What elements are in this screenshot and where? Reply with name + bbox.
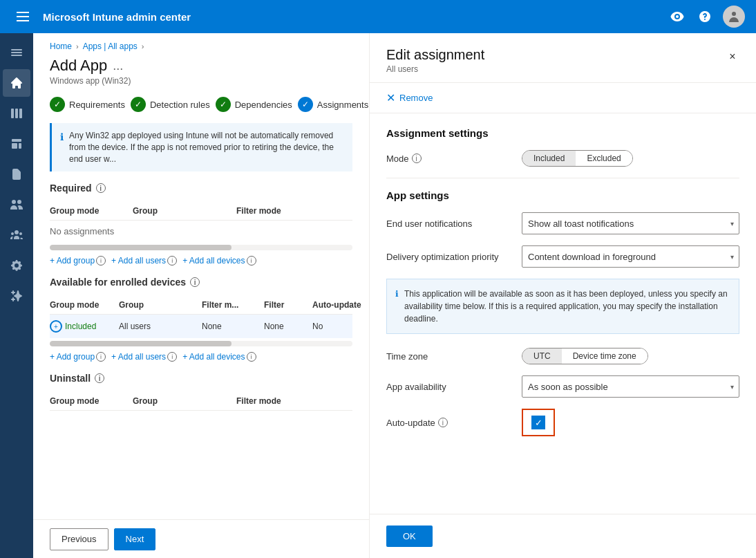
app-availability-label: App availability	[386, 382, 511, 392]
utc-btn[interactable]: UTC	[522, 348, 562, 364]
sidebar-item-settings[interactable]	[3, 252, 30, 279]
required-table-header: Group mode Group Filter mode	[50, 202, 352, 221]
app-title: Microsoft Intune admin center	[43, 11, 659, 23]
device-time-btn[interactable]: Device time zone	[562, 348, 648, 364]
info-banner-text: Any Win32 app deployed using Intune will…	[69, 130, 344, 165]
mode-included-btn[interactable]: Included	[522, 151, 576, 166]
add-links-available: + Add group i + Add all users i + Add al…	[50, 352, 352, 362]
uninstall-table-header: Group mode Group Filter mode	[50, 392, 352, 411]
add-group-required[interactable]: + Add group i	[50, 256, 106, 266]
add-users-info[interactable]: i	[167, 256, 177, 266]
breadcrumb-sep1: ›	[76, 42, 79, 50]
close-button[interactable]: ×	[723, 47, 742, 66]
breadcrumb: Home › Apps | All apps ›	[33, 33, 369, 54]
auto-update-checkbox[interactable]: ✓	[531, 416, 545, 429]
available-scrollbar[interactable]	[50, 341, 352, 346]
app-availability-dropdown-wrapper: As soon as possibleSpecific date and tim…	[522, 375, 739, 398]
panel-info-icon: ℹ	[395, 288, 399, 325]
sidebar-item-dashboard[interactable]	[3, 100, 30, 127]
info-banner: ℹ Any Win32 app deployed using Intune wi…	[50, 123, 352, 171]
col-group-mode-req: Group mode	[50, 206, 133, 216]
help-icon[interactable]	[695, 7, 715, 26]
time-zone-toggle[interactable]: UTC Device time zone	[522, 348, 648, 364]
page-subtitle: Windows app (Win32)	[50, 76, 352, 86]
delivery-label: Delivery optimization priority	[386, 252, 511, 262]
ok-button[interactable]: OK	[386, 526, 433, 547]
add-group-available[interactable]: + Add group i	[50, 352, 106, 362]
available-table-header: Group mode Group Filter m... Filter Auto…	[50, 296, 352, 315]
table-row[interactable]: + Included All users None None No	[50, 315, 352, 338]
step-label-detection: Detection rules	[150, 100, 210, 110]
add-users-avail-info[interactable]: i	[167, 352, 177, 362]
menu-icon[interactable]	[11, 6, 35, 27]
user-avatar[interactable]	[723, 6, 745, 28]
mode-label: Mode i	[386, 154, 511, 164]
breadcrumb-home[interactable]: Home	[50, 41, 72, 51]
panel-info-box: ℹ This application will be available as …	[386, 279, 739, 334]
end-user-dropdown-wrapper: Show all toast notificationsShow only re…	[522, 212, 739, 234]
row-autoupdate: No	[312, 322, 369, 331]
previous-button[interactable]: Previous	[50, 528, 108, 550]
uninstall-info-icon[interactable]: i	[95, 373, 104, 383]
step-assignments: ✓ Assignments	[298, 97, 368, 112]
panel-title: Edit assignment	[386, 47, 739, 63]
available-info-icon[interactable]: i	[190, 277, 200, 287]
add-all-users-required[interactable]: + Add all users i	[111, 256, 177, 266]
add-all-users-available[interactable]: + Add all users i	[111, 352, 177, 362]
sidebar-item-expand[interactable]	[3, 39, 30, 66]
page-header: Add App ... Windows app (Win32)	[33, 54, 369, 97]
mode-row: Mode i Included Excluded	[386, 150, 739, 167]
included-icon: +	[50, 320, 62, 333]
mode-toggle-group[interactable]: Included Excluded	[522, 150, 633, 167]
step-label-requirements: Requirements	[69, 100, 125, 110]
topbar: Microsoft Intune admin center	[0, 0, 756, 33]
col-group-uninstall: Group	[133, 396, 236, 406]
panel-footer: OK	[370, 514, 756, 558]
step-check-assignments: ✓	[298, 97, 313, 112]
uninstall-section: Uninstall i Group mode Group Filter mode	[33, 373, 369, 422]
auto-update-label: Auto-update i	[386, 418, 511, 428]
sidebar-item-home[interactable]	[3, 69, 30, 97]
step-detection: ✓ Detection rules	[131, 97, 210, 112]
add-devices-avail-info[interactable]: i	[247, 352, 256, 362]
delivery-dropdown-wrapper: Content download in foregroundContent do…	[522, 245, 739, 268]
sidebar-item-devices[interactable]	[3, 130, 30, 158]
add-group-avail-info[interactable]: i	[96, 352, 106, 362]
auto-update-info-icon[interactable]: i	[438, 418, 448, 427]
row-filter: None	[264, 322, 312, 331]
remove-button[interactable]: ✕ Remove	[370, 83, 756, 113]
step-label-dependencies: Dependencies	[235, 100, 292, 110]
col-filter-mode-avail: Filter m...	[202, 300, 264, 310]
add-all-devices-required[interactable]: + Add all devices i	[182, 256, 256, 266]
group-mode-badge: + Included	[50, 320, 119, 333]
col-filter-avail: Filter	[264, 300, 312, 310]
time-zone-row: Time zone UTC Device time zone	[386, 348, 739, 364]
add-group-info[interactable]: i	[96, 256, 106, 266]
sidebar-item-groups[interactable]	[3, 221, 30, 249]
mode-info-icon[interactable]: i	[412, 154, 422, 163]
auto-update-checkbox-wrapper: ✓	[522, 409, 555, 436]
settings-icon[interactable]	[668, 7, 687, 26]
col-group-req: Group	[133, 206, 236, 216]
main-content: Home › Apps | All apps › Add App ... Win…	[33, 33, 369, 558]
next-button[interactable]: Next	[114, 528, 156, 550]
add-all-devices-available[interactable]: + Add all devices i	[182, 352, 256, 362]
required-scrollbar[interactable]	[50, 245, 352, 250]
remove-label: Remove	[399, 93, 433, 103]
breadcrumb-apps[interactable]: Apps | All apps	[83, 41, 138, 51]
col-group-mode-uninstall: Group mode	[50, 396, 133, 406]
mode-excluded-btn[interactable]: Excluded	[576, 151, 632, 166]
end-user-notifications-dropdown[interactable]: Show all toast notificationsShow only re…	[522, 212, 739, 234]
delivery-optimization-dropdown[interactable]: Content download in foregroundContent do…	[522, 245, 739, 268]
required-info-icon[interactable]: i	[96, 183, 106, 193]
app-availability-dropdown[interactable]: As soon as possibleSpecific date and tim…	[522, 375, 739, 398]
col-autoupdate-avail: Auto-update	[312, 300, 369, 310]
edit-assignment-panel: Edit assignment All users × ✕ Remove Ass…	[369, 33, 756, 558]
sidebar-item-users[interactable]	[3, 191, 30, 218]
row-filter-mode: None	[202, 322, 264, 331]
sidebar-item-apps[interactable]	[3, 160, 30, 188]
sidebar-item-tools[interactable]	[3, 282, 30, 310]
section-divider	[386, 178, 739, 178]
remove-x-icon: ✕	[386, 91, 395, 104]
add-devices-info[interactable]: i	[247, 256, 256, 266]
